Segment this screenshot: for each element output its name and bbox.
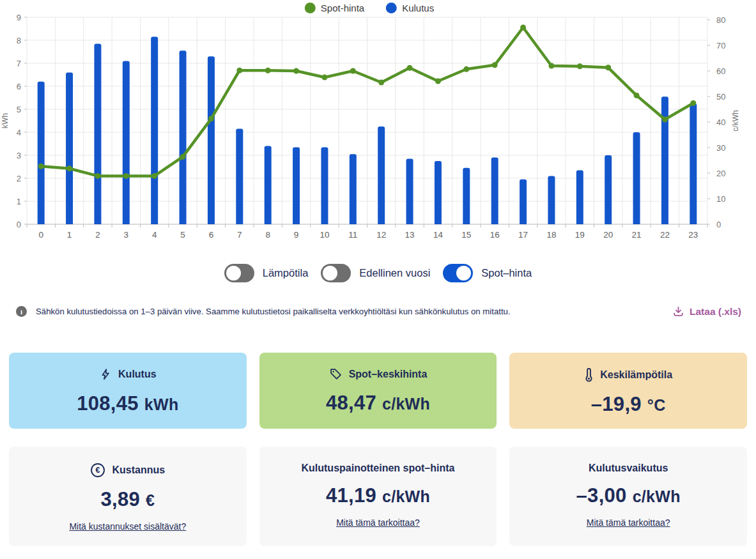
card-value: 108,45kWh [77, 392, 178, 415]
switch-knob [456, 266, 471, 280]
card-title: Spot–keskihinta [349, 369, 428, 380]
card-keskilampotila: Keskilämpötila –19,9°C [509, 353, 747, 429]
switch-knob [323, 266, 337, 280]
consumption-impact-explainer-link[interactable]: Mitä tämä tarkoittaa? [587, 517, 670, 528]
svg-text:14: 14 [433, 230, 444, 240]
svg-text:6: 6 [209, 230, 214, 240]
summary-cards: Kulutus 108,45kWh Spot–keskihinta 48,47c… [0, 353, 756, 546]
weighted-spot-explainer-link[interactable]: Mitä tämä tarkoittaa? [336, 517, 420, 528]
svg-text:11: 11 [348, 230, 357, 240]
svg-text:9: 9 [294, 230, 299, 240]
svg-text:3: 3 [124, 230, 129, 240]
card-value: 3,89€ [100, 488, 155, 511]
svg-text:20: 20 [603, 230, 613, 240]
svg-text:15: 15 [461, 230, 471, 240]
card-kulutuspainotteinen-spot-hinta: Kulutuspainotteinen spot–hinta 41,19c/kW… [259, 447, 497, 546]
svg-text:80: 80 [716, 15, 725, 25]
edellinen-vuosi-switch[interactable] [321, 264, 351, 282]
info-icon: i [16, 306, 27, 317]
spot-hinta-switch[interactable] [443, 264, 473, 282]
svg-text:12: 12 [376, 230, 386, 240]
svg-text:19: 19 [575, 230, 585, 240]
svg-text:c/kWh: c/kWh [731, 110, 740, 131]
svg-text:13: 13 [405, 230, 415, 240]
toggle-label: Edellinen vuosi [359, 267, 430, 279]
thermometer-icon [584, 367, 594, 382]
card-title: Kustannus [112, 464, 165, 476]
svg-text:2: 2 [95, 230, 100, 240]
info-row: i Sähkön kulutustiedoissa on 1–3 päivän … [0, 305, 756, 318]
svg-text:7: 7 [237, 230, 242, 240]
svg-text:17: 17 [518, 230, 528, 240]
card-title: Keskilämpötila [600, 369, 672, 381]
download-icon [672, 305, 684, 318]
svg-text:3: 3 [17, 151, 21, 160]
card-kustannus: € Kustannus 3,89€ Mitä kustannukset sisä… [9, 447, 247, 546]
svg-text:9: 9 [17, 13, 21, 22]
svg-text:30: 30 [716, 143, 725, 153]
svg-text:4: 4 [152, 230, 157, 240]
card-value: 48,47c/kWh [326, 392, 430, 415]
tag-icon [329, 367, 343, 381]
toggle-spot-hinta[interactable]: Spot–hinta [443, 264, 532, 282]
svg-text:5: 5 [180, 230, 185, 240]
toggle-lampotila[interactable]: Lämpötila [224, 264, 309, 282]
svg-text:5: 5 [17, 105, 21, 114]
card-title: Kulutus [118, 369, 157, 380]
card-kulutus: Kulutus 108,45kWh [9, 353, 247, 429]
svg-text:7: 7 [17, 59, 21, 68]
svg-text:18: 18 [546, 230, 556, 240]
card-title: Kulutusvaikutus [589, 463, 668, 474]
delay-notice: i Sähkön kulutustiedoissa on 1–3 päivän … [16, 306, 511, 317]
toggle-label: Spot–hinta [481, 267, 532, 279]
lampotila-switch[interactable] [224, 264, 254, 282]
delay-notice-text: Sähkön kulutustiedoissa on 1–3 päivän vi… [36, 307, 511, 316]
consumption-chart: Spot-hinta Kulutus 012345678901020304050… [0, 0, 756, 246]
card-value: 41,19c/kWh [326, 484, 430, 507]
svg-text:70: 70 [716, 41, 725, 50]
card-title: Kulutuspainotteinen spot–hinta [301, 463, 454, 474]
card-kulutusvaikutus: Kulutusvaikutus –3,00c/kWh Mitä tämä tar… [509, 447, 747, 546]
svg-text:4: 4 [17, 128, 21, 137]
svg-text:20: 20 [716, 169, 725, 178]
card-value: –19,9°C [591, 393, 666, 416]
svg-text:16: 16 [490, 230, 500, 240]
svg-text:8: 8 [265, 230, 270, 240]
euro-icon: € [90, 463, 105, 478]
card-value: –3,00c/kWh [576, 484, 681, 507]
svg-text:2: 2 [17, 174, 21, 183]
svg-text:8: 8 [17, 36, 21, 45]
svg-text:21: 21 [632, 230, 642, 240]
chart-toggle-row: Lämpötila Edellinen vuosi Spot–hinta [0, 262, 756, 284]
lightning-icon [99, 367, 112, 381]
svg-text:50: 50 [716, 92, 725, 102]
svg-text:22: 22 [660, 230, 670, 240]
svg-text:23: 23 [688, 230, 698, 240]
download-xls-link[interactable]: Lataa (.xls) [672, 305, 741, 318]
card-spot-keskihinta: Spot–keskihinta 48,47c/kWh [259, 353, 497, 429]
bar-line-chart-canvas[interactable]: 0123456789010203040506070800123456789101… [0, 0, 756, 246]
svg-text:0: 0 [716, 220, 721, 229]
download-label: Lataa (.xls) [690, 306, 741, 318]
svg-text:40: 40 [716, 118, 725, 127]
costs-explainer-link[interactable]: Mitä kustannukset sisältävät? [69, 521, 186, 532]
toggle-label: Lämpötila [263, 267, 309, 279]
svg-text:0: 0 [38, 230, 43, 240]
svg-text:kWh: kWh [1, 113, 10, 128]
svg-text:1: 1 [17, 197, 21, 206]
svg-text:1: 1 [67, 230, 72, 240]
switch-knob [226, 266, 241, 280]
svg-text:€: € [96, 466, 100, 475]
svg-text:0: 0 [17, 220, 21, 229]
svg-text:10: 10 [320, 230, 329, 240]
svg-text:10: 10 [716, 194, 725, 204]
svg-text:6: 6 [17, 82, 21, 91]
toggle-edellinen-vuosi[interactable]: Edellinen vuosi [321, 264, 430, 282]
svg-text:60: 60 [716, 66, 725, 76]
